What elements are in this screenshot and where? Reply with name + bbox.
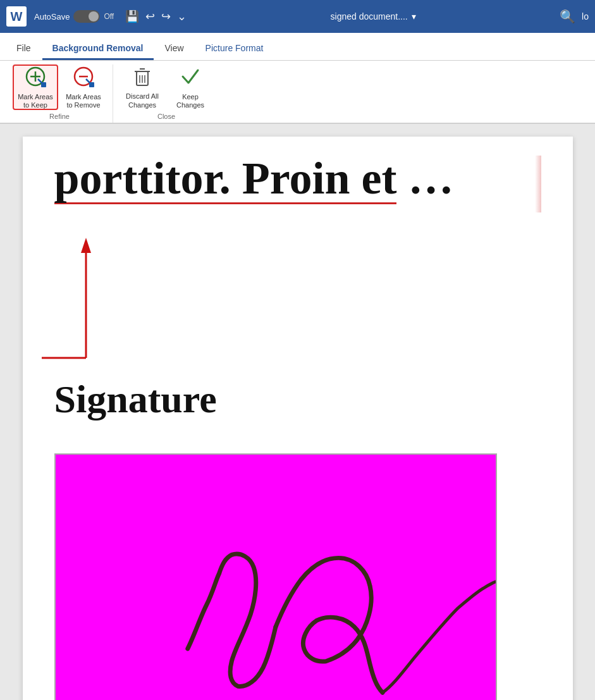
mark-keep-label: Mark Areasto Keep <box>18 93 53 109</box>
redo-icon[interactable]: ↪ <box>161 9 171 23</box>
mark-areas-to-remove-button[interactable]: Mark Areasto Remove <box>61 64 106 110</box>
body-text: porttitor. Proin et … <box>54 156 541 204</box>
toggle-state-label: Off <box>104 12 114 21</box>
discard-label: Discard AllChanges <box>126 92 159 109</box>
ribbon-group-refine: Mark Areasto Keep Mark Areasto Remove Re… <box>6 64 113 123</box>
autosave-toggle[interactable] <box>73 10 100 23</box>
tab-background-removal[interactable]: Background Removal <box>42 38 154 60</box>
keep-icon <box>180 65 201 91</box>
discard-all-changes-button[interactable]: Discard AllChanges <box>120 64 165 110</box>
tab-picture-format[interactable]: Picture Format <box>195 38 274 60</box>
mark-remove-icon <box>72 65 95 91</box>
titlebar: W AutoSave Off 💾 ↩ ↪ ⌄ signed document..… <box>0 0 595 33</box>
titlebar-right: 🔍 lo <box>560 9 589 24</box>
refine-group-label: Refine <box>49 113 70 120</box>
ribbon-group-close: Discard AllChanges KeepChanges Close <box>113 64 219 123</box>
document-name: signed document.... <box>331 11 408 21</box>
svg-rect-18 <box>56 455 496 700</box>
titlebar-center: signed document.... ▾ <box>194 11 552 21</box>
doc-page: porttitor. Proin et … Signature <box>23 137 573 700</box>
signature-image <box>54 453 497 700</box>
more-icon[interactable]: ⌄ <box>177 9 187 23</box>
dropdown-chevron[interactable]: ▾ <box>412 11 416 21</box>
ribbon-tabs: File Background Removal View Picture For… <box>0 33 595 61</box>
undo-icon[interactable]: ↩ <box>145 9 155 23</box>
autosave-area: AutoSave Off <box>34 10 114 23</box>
doc-area: porttitor. Proin et … Signature <box>0 124 595 700</box>
keep-changes-label: KeepChanges <box>176 93 204 109</box>
refine-buttons: Mark Areasto Keep Mark Areasto Remove <box>13 64 106 110</box>
tab-file[interactable]: File <box>6 38 41 60</box>
ribbon-content: Mark Areasto Keep Mark Areasto Remove Re… <box>0 61 595 124</box>
user-label[interactable]: lo <box>582 11 589 21</box>
tab-view[interactable]: View <box>155 38 194 60</box>
search-icon[interactable]: 🔍 <box>560 9 575 24</box>
word-icon: W <box>6 6 27 27</box>
close-group-label: Close <box>157 113 175 120</box>
svg-rect-4 <box>41 82 46 87</box>
toggle-knob <box>89 11 99 21</box>
signature-heading: Signature <box>54 377 541 422</box>
arrow-annotation <box>35 225 137 364</box>
svg-marker-16 <box>81 238 91 253</box>
keep-changes-button[interactable]: KeepChanges <box>168 64 213 110</box>
discard-icon <box>132 65 153 90</box>
titlebar-icons: 💾 ↩ ↪ ⌄ <box>125 9 187 23</box>
mark-remove-label: Mark Areasto Remove <box>66 93 101 109</box>
autosave-label: AutoSave <box>34 12 70 21</box>
mark-keep-icon <box>24 65 47 91</box>
mark-areas-to-keep-button[interactable]: Mark Areasto Keep <box>13 64 58 110</box>
svg-rect-8 <box>89 82 94 87</box>
close-buttons: Discard AllChanges KeepChanges <box>120 64 213 110</box>
save-icon[interactable]: 💾 <box>125 9 139 23</box>
